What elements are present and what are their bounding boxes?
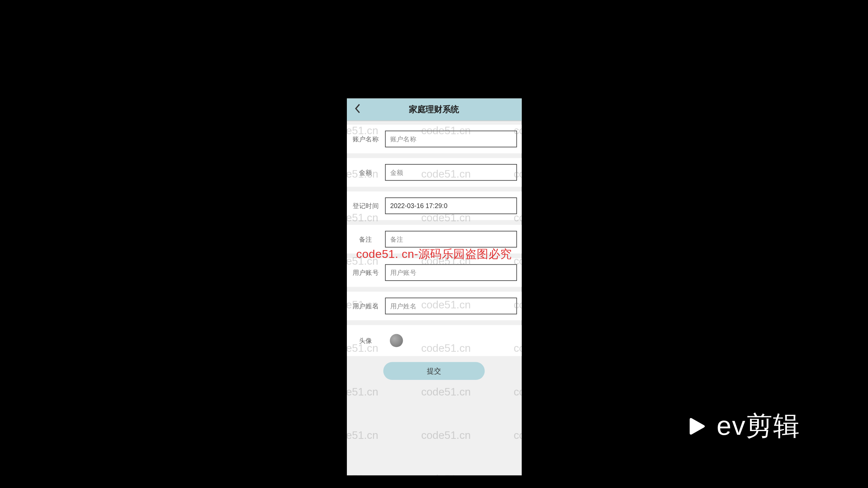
amount-input[interactable] — [385, 164, 517, 181]
label-account-name: 账户名称 — [347, 135, 385, 143]
app-header: 家庭理财系统 — [347, 98, 521, 121]
register-time-input[interactable] — [385, 198, 517, 214]
avatar-upload[interactable] — [390, 334, 403, 347]
row-user-name: 用户姓名 — [347, 292, 521, 320]
remark-input[interactable] — [385, 231, 517, 247]
form: 账户名称 金额 登记时间 备注 — [347, 121, 521, 380]
page-title: 家庭理财系统 — [347, 104, 521, 115]
row-remark: 备注 — [347, 225, 521, 253]
label-register-time: 登记时间 — [347, 201, 385, 210]
user-name-input[interactable] — [385, 298, 517, 314]
app-frame: 家庭理财系统 账户名称 金额 登记时间 — [347, 98, 521, 475]
account-name-input[interactable] — [385, 130, 517, 147]
label-user-account: 用户账号 — [347, 268, 385, 277]
row-amount: 金额 — [347, 158, 521, 186]
label-amount: 金额 — [347, 168, 385, 177]
label-remark: 备注 — [347, 235, 385, 244]
row-avatar: 头像 — [347, 325, 521, 356]
label-avatar: 头像 — [347, 336, 385, 345]
play-icon — [685, 414, 709, 438]
label-user-name: 用户姓名 — [347, 302, 385, 310]
ev-brand-text: ev剪辑 — [717, 408, 800, 444]
back-icon[interactable] — [347, 103, 361, 116]
row-user-account: 用户账号 — [347, 258, 521, 287]
submit-button[interactable]: 提交 — [383, 362, 485, 380]
user-account-input[interactable] — [385, 264, 517, 281]
row-register-time: 登记时间 — [347, 191, 521, 220]
row-account-name: 账户名称 — [347, 125, 521, 153]
ev-logo: ev剪辑 — [685, 408, 800, 444]
